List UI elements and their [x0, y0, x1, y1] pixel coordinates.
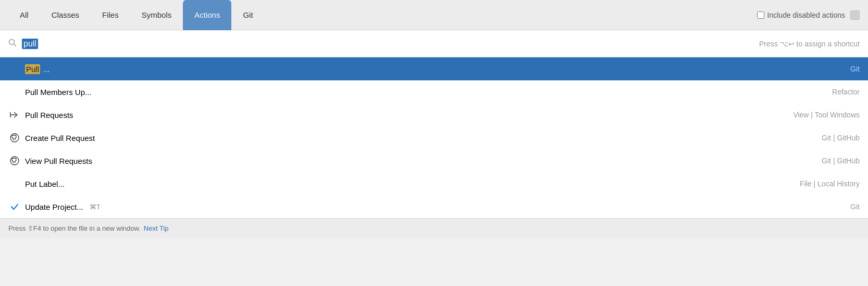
result-name-pull: Pull... [25, 64, 850, 74]
result-row-pull-members-up[interactable]: Pull Members Up... Refactor [0, 80, 868, 103]
tab-symbols[interactable]: Symbols [130, 0, 183, 30]
result-row-pull[interactable]: Pull... Git [0, 57, 868, 80]
svg-point-5 [10, 157, 19, 165]
result-row-put-label[interactable]: Put Label... File | Local History [0, 172, 868, 195]
next-tip-button[interactable]: Next Tip [144, 224, 169, 232]
main-container: All Classes Files Symbols Actions Git In… [0, 0, 868, 238]
result-row-create-pull-request[interactable]: Create Pull Request Git | GitHub [0, 126, 868, 149]
tab-all[interactable]: All [8, 0, 40, 30]
result-category-view-pull-requests: Git | GitHub [822, 157, 860, 165]
tab-right-controls: Include disabled actions [757, 10, 860, 20]
svg-line-1 [14, 44, 16, 46]
search-bar: pull Press ⌥↩ to assign a shortcut [0, 30, 868, 57]
github-icon-create [8, 133, 21, 142]
pull-requests-icon [8, 110, 21, 120]
github-icon-view [8, 156, 21, 165]
result-name-highlight-pull: Pull [25, 64, 40, 74]
window-resize-button[interactable] [850, 10, 860, 20]
result-name-update-project: Update Project... ⌘T [25, 202, 850, 211]
result-category-pull-members-up: Refactor [832, 88, 860, 96]
result-name-create-pull-request: Create Pull Request [25, 134, 822, 142]
result-row-pull-requests[interactable]: Pull Requests View | Tool Windows [0, 103, 868, 126]
status-bar: Press ⇧F4 to open the file in a new wind… [0, 218, 868, 238]
search-query-selected[interactable]: pull [22, 39, 38, 49]
result-name-view-pull-requests: View Pull Requests [25, 157, 822, 165]
result-row-view-pull-requests[interactable]: View Pull Requests Git | GitHub [0, 149, 868, 172]
search-icon [8, 39, 17, 49]
tab-files[interactable]: Files [91, 0, 130, 30]
update-project-shortcut: ⌘T [90, 203, 101, 211]
result-category-create-pull-request: Git | GitHub [822, 134, 860, 142]
result-name-put-label: Put Label... [25, 180, 800, 188]
result-category-pull: Git [850, 65, 860, 73]
status-tip-text: Press ⇧F4 to open the file in a new wind… [8, 224, 141, 232]
include-disabled-checkbox[interactable] [757, 11, 764, 19]
include-disabled-label: Include disabled actions [767, 11, 845, 19]
tab-git[interactable]: Git [231, 0, 264, 30]
checkmark-icon [8, 202, 21, 211]
result-category-update-project: Git [850, 202, 860, 211]
search-shortcut-hint: Press ⌥↩ to assign a shortcut [759, 40, 860, 48]
tab-classes[interactable]: Classes [40, 0, 91, 30]
tab-actions[interactable]: Actions [183, 0, 231, 30]
search-input-wrap: pull [22, 39, 759, 49]
result-category-put-label: File | Local History [800, 180, 860, 188]
result-name-pull-requests: Pull Requests [25, 111, 793, 120]
results-list: Pull... Git Pull Members Up... Refactor [0, 57, 868, 218]
tab-list: All Classes Files Symbols Actions Git [8, 0, 757, 30]
svg-point-4 [10, 134, 19, 142]
result-category-pull-requests: View | Tool Windows [793, 111, 860, 119]
result-row-update-project[interactable]: Update Project... ⌘T Git [0, 195, 868, 218]
result-name-pull-members-up: Pull Members Up... [25, 88, 832, 97]
tab-bar: All Classes Files Symbols Actions Git In… [0, 0, 868, 30]
include-disabled-checkbox-label[interactable]: Include disabled actions [757, 11, 845, 19]
